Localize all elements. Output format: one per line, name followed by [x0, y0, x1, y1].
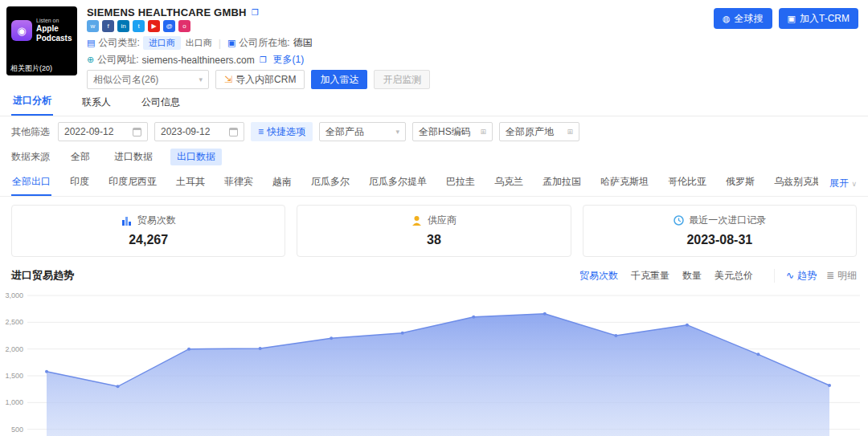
country-tab[interactable]: 菲律宾 [223, 172, 254, 196]
clock-icon [673, 215, 684, 226]
importer-tag[interactable]: 进口商 [143, 36, 181, 50]
main-tab[interactable]: 公司信息 [140, 96, 182, 116]
company-header: ◉ Listen on Apple Podcasts 相关图片(20) SIEM… [0, 0, 868, 92]
website-icon: ⊕ [87, 55, 94, 65]
add-tcrm-label: 加入T-CRM [800, 12, 850, 26]
globe-icon: ◍ [723, 14, 731, 24]
view-toggle-trend[interactable]: ∿趋势 [786, 269, 817, 283]
date-to-value: 2023-09-12 [161, 126, 210, 137]
exporter-tag[interactable]: 出口商 [186, 37, 212, 49]
data-source-option[interactable]: 出口数据 [170, 149, 222, 165]
country-tab[interactable]: 孟加拉国 [542, 172, 582, 196]
country-tab[interactable]: 越南 [272, 172, 293, 196]
view-toggle-label: 明细 [837, 269, 857, 283]
apple-podcasts-icon: ◉ [11, 20, 32, 41]
email-icon[interactable]: @ [163, 20, 175, 32]
copy-company-name-icon[interactable]: ❐ [252, 8, 259, 17]
location-label: 公司所在地: [239, 36, 289, 50]
country-tab[interactable]: 哈萨克斯坦 [600, 172, 649, 196]
last-import-value: 2023-08-31 [583, 233, 856, 247]
date-from-value: 2022-09-12 [64, 126, 113, 137]
copy-website-icon[interactable]: ❐ [260, 55, 267, 64]
last-import-label: 最近一次进口记录 [689, 214, 766, 227]
trade-count-card: 贸易次数 24,267 [11, 205, 285, 257]
list-icon: ⊞ [480, 128, 486, 136]
metric-toggle[interactable]: 数量 [682, 269, 702, 283]
data-source-option[interactable]: 进口数据 [108, 149, 159, 165]
metric-toggle-group: 贸易次数千克重量数量美元总价 [579, 269, 753, 283]
trend-icon: ∿ [786, 270, 794, 281]
country-tab[interactable]: 乌克兰 [493, 172, 524, 196]
country-tab[interactable]: 哥伦比亚 [667, 172, 707, 196]
global-search-button[interactable]: ◍ 全球搜 [714, 8, 772, 29]
detail-icon: ≣ [826, 270, 834, 281]
chart-header: 进口贸易趋势 贸易次数千克重量数量美元总价 ∿趋势≣明细 [0, 262, 868, 284]
trade-count-label: 贸易次数 [137, 214, 176, 227]
calendar-icon [133, 128, 141, 137]
main-tab[interactable]: 进口分析 [11, 94, 53, 116]
supplier-value: 38 [297, 233, 570, 247]
main-tab-bar: 进口分析联系人公司信息 [0, 92, 868, 116]
country-tab[interactable]: 俄罗斯 [725, 172, 755, 196]
related-images-caption[interactable]: 相关图片(20) [6, 62, 77, 75]
country-tab[interactable]: 全部出口 [11, 172, 51, 196]
bar-chart-icon [121, 215, 133, 226]
svg-text:1,000: 1,000 [5, 398, 23, 406]
country-tab[interactable]: 巴拉圭 [445, 172, 476, 196]
expand-link[interactable]: 展开 ∨ [829, 173, 857, 196]
country-tab[interactable]: 印度 [69, 172, 90, 196]
twitter-icon[interactable]: t [133, 20, 145, 32]
youtube-icon[interactable]: ▶ [148, 20, 160, 32]
weibo-icon[interactable]: w [87, 20, 99, 32]
website-value[interactable]: siemens-healthineers.com [142, 55, 255, 66]
svg-text:1,500: 1,500 [5, 372, 23, 380]
main-tab[interactable]: 联系人 [80, 96, 113, 116]
metric-toggle[interactable]: 贸易次数 [579, 269, 618, 283]
data-source-label: 数据来源 [11, 150, 50, 164]
add-radar-label: 加入雷达 [320, 73, 358, 87]
company-logo: ◉ Listen on Apple Podcasts 相关图片(20) [6, 6, 77, 75]
date-from-input[interactable]: 2022-09-12 [58, 122, 148, 141]
country-tab[interactable]: 厄瓜多尔 [310, 172, 350, 196]
similar-companies-select[interactable]: 相似公司名(26) ▾ [87, 70, 209, 89]
filter-bar: 其他筛选 2022-09-12 2023-09-12 ≡ 快捷选项 全部产品 ▾… [0, 116, 868, 145]
product-filter-select[interactable]: 全部产品 ▾ [319, 122, 406, 141]
import-icon: ⇲ [224, 74, 232, 85]
date-to-input[interactable]: 2023-09-12 [154, 122, 244, 141]
country-tab[interactable]: 土耳其 [175, 172, 206, 196]
trend-area-chart: 05001,0001,5002,0002,5003,0002022-092022… [0, 284, 868, 436]
supplier-label: 供应商 [428, 214, 457, 227]
crm-icon: ▣ [788, 14, 796, 24]
data-source-option[interactable]: 全部 [64, 149, 96, 165]
last-import-card: 最近一次进口记录 2023-08-31 [583, 205, 857, 257]
country-tab[interactable]: 乌兹别克斯坦 [773, 172, 818, 196]
stat-cards: 贸易次数 24,267 供应商 38 最近一次进口记录 2023-08-31 [0, 197, 868, 262]
linkedin-icon[interactable]: in [117, 20, 129, 32]
logo-brand: Apple Podcasts [36, 24, 72, 43]
add-tcrm-button[interactable]: ▣ 加入T-CRM [779, 8, 858, 29]
import-crm-button[interactable]: ⇲ 导入内部CRM [215, 70, 305, 89]
chevron-down-icon: ∨ [851, 180, 857, 188]
metric-toggle[interactable]: 千克重量 [631, 269, 669, 283]
instagram-icon[interactable]: o [178, 20, 190, 32]
company-type-icon: ▤ [87, 38, 95, 48]
company-name: SIEMENS HEALTHCARE GMBH [87, 6, 247, 18]
facebook-icon[interactable]: f [102, 20, 114, 32]
import-crm-label: 导入内部CRM [235, 73, 296, 87]
similar-companies-label: 相似公司名(26) [93, 73, 158, 87]
divider: | [219, 38, 221, 49]
more-link[interactable]: 更多(1) [273, 53, 305, 67]
hs-code-filter-select[interactable]: 全部HS编码 ⊞ [412, 122, 493, 141]
country-tab[interactable]: 厄瓜多尔提单 [368, 172, 428, 196]
origin-filter-select[interactable]: 全部原产地 ⊞ [499, 122, 579, 141]
view-toggle-detail[interactable]: ≣明细 [826, 269, 857, 283]
origin-filter-value: 全部原产地 [506, 125, 554, 139]
start-monitor-button[interactable]: 开启监测 [374, 70, 430, 89]
metric-toggle[interactable]: 美元总价 [714, 269, 753, 283]
quick-options-button[interactable]: ≡ 快捷选项 [251, 122, 313, 141]
expand-label: 展开 [829, 177, 849, 189]
country-tab[interactable]: 印度尼西亚 [108, 172, 158, 196]
add-radar-button[interactable]: 加入雷达 [311, 70, 367, 89]
other-filter-label[interactable]: 其他筛选 [11, 125, 50, 139]
view-toggle-group: ∿趋势≣明细 [774, 269, 857, 283]
